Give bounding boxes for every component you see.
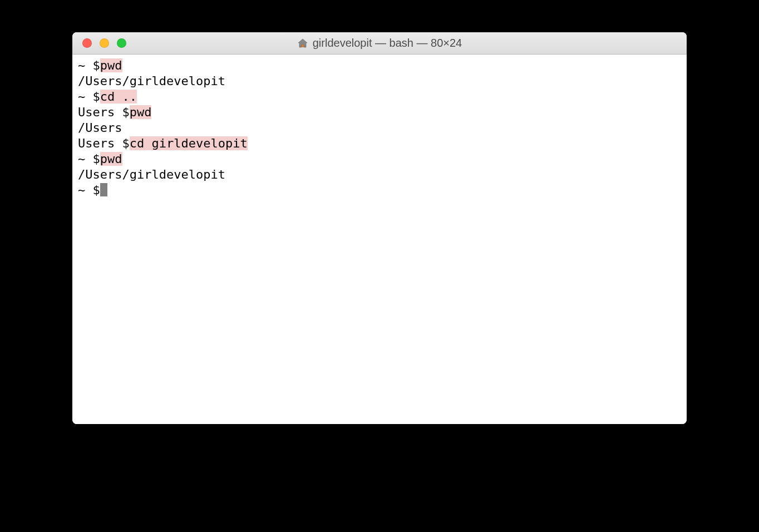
terminal-output: /Users/girldevelopit xyxy=(78,73,681,89)
prompt: Users $ xyxy=(78,105,130,119)
home-icon xyxy=(297,38,308,49)
prompt: ~ $ xyxy=(78,58,100,72)
command-highlight: pwd xyxy=(100,152,122,166)
terminal-body[interactable]: ~ $pwd/Users/girldevelopit~ $cd ..Users … xyxy=(72,55,687,424)
cursor xyxy=(100,183,107,196)
prompt: Users $ xyxy=(78,136,130,150)
command-highlight: pwd xyxy=(130,105,152,119)
terminal-line: ~ $pwd xyxy=(78,151,681,167)
traffic-lights xyxy=(72,38,126,48)
terminal-line: ~ $pwd xyxy=(78,58,681,73)
prompt: ~ $ xyxy=(78,183,100,197)
terminal-line: Users $pwd xyxy=(78,105,681,120)
terminal-line: ~ $cd .. xyxy=(78,89,681,105)
terminal-output: /Users xyxy=(78,120,681,136)
command-highlight: cd .. xyxy=(100,90,137,104)
terminal-current-line: ~ $ xyxy=(78,183,681,198)
svg-rect-0 xyxy=(302,45,304,47)
prompt: ~ $ xyxy=(78,90,100,104)
terminal-line: Users $cd girldevelopit xyxy=(78,136,681,151)
titlebar[interactable]: girldevelopit — bash — 80×24 xyxy=(72,32,687,55)
command-highlight: pwd xyxy=(100,58,122,72)
command-highlight: cd girldevelopit xyxy=(130,136,248,150)
minimize-button[interactable] xyxy=(100,38,109,48)
close-button[interactable] xyxy=(82,38,92,48)
maximize-button[interactable] xyxy=(117,38,126,48)
terminal-output: /Users/girldevelopit xyxy=(78,167,681,183)
title-area: girldevelopit — bash — 80×24 xyxy=(72,37,687,50)
prompt: ~ $ xyxy=(78,152,100,166)
window-title: girldevelopit — bash — 80×24 xyxy=(313,37,462,50)
terminal-window: girldevelopit — bash — 80×24 ~ $pwd/User… xyxy=(72,32,687,424)
